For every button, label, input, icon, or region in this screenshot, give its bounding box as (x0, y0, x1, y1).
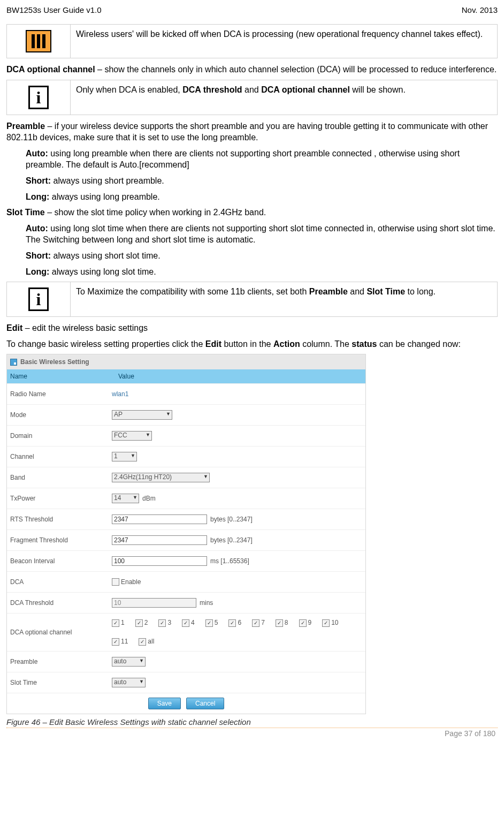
divider (6, 728, 498, 728)
page-footer: Page 37 of 180 (6, 729, 498, 741)
page-header: BW1253s User Guide v1.0 Nov. 2013 (6, 5, 498, 14)
dca-ch-5[interactable]: ✓5 (205, 617, 218, 629)
panel-title: Basic Wireless Setting (20, 358, 89, 366)
fragment-hint: bytes [0..2347] (210, 536, 253, 544)
panel-titlebar: Basic Wireless Setting (7, 354, 365, 369)
row-domain: Domain FCC (7, 425, 365, 446)
header-left: BW1253s User Guide v1.0 (6, 5, 102, 14)
slottime-select[interactable]: auto (112, 678, 146, 687)
callout-text: Only when DCA is enabled, DCA threshold … (71, 80, 497, 115)
basic-wireless-setting-panel: Basic Wireless Setting Name Value Radio … (6, 354, 366, 714)
dca-ch-all[interactable]: ✓all (139, 635, 154, 648)
row-slot-time: Slot Time auto (7, 672, 365, 693)
fragment-input[interactable] (112, 535, 207, 545)
band-select[interactable]: 2.4GHz(11ng HT20) (112, 473, 210, 482)
dca-threshold-unit: mins (200, 599, 213, 607)
beacon-hint: ms [1..65536] (210, 557, 249, 565)
row-dca: DCA Enable (7, 571, 365, 592)
dca-enable-checkbox[interactable]: Enable (112, 578, 141, 586)
dca-ch-7[interactable]: ✓7 (252, 617, 265, 629)
cancel-button[interactable]: Cancel (186, 698, 224, 709)
rts-hint: bytes [0..2347] (210, 516, 253, 523)
table-header: Name Value (7, 369, 365, 383)
beacon-input[interactable] (112, 556, 207, 566)
para-preamble-auto: Auto: using long preamble when there are… (26, 148, 498, 171)
row-preamble: Preamble auto (7, 651, 365, 672)
row-txpower: TxPower 14 dBm (7, 488, 365, 509)
dca-ch-9[interactable]: ✓9 (299, 617, 312, 629)
figure-caption: Figure 46 – Edit Basic Wireless Settings… (6, 717, 498, 726)
dca-ch-4[interactable]: ✓4 (182, 617, 195, 629)
para-slot-auto: Auto: using long slot time when there ar… (26, 223, 498, 246)
dca-ch-3[interactable]: ✓3 (158, 617, 171, 629)
row-band: Band 2.4GHz(11ng HT20) (7, 467, 365, 488)
callout-text: To Maximize the compatibility with some … (71, 282, 497, 316)
para-preamble-short: Short: always using short preamble. (26, 175, 498, 187)
para-preamble-long: Long: always using long preamble. (26, 191, 498, 203)
row-beacon: Beacon Interval ms [1..65536] (7, 550, 365, 571)
row-fragment: Fragment Threshold bytes [0..2347] (7, 529, 365, 550)
dca-ch-11[interactable]: ✓11 (112, 635, 128, 648)
panel-icon (10, 359, 17, 366)
para-slot-short: Short: always using short slot time. (26, 250, 498, 262)
dca-ch-2[interactable]: ✓2 (135, 617, 148, 629)
radio-name-value: wlan1 (112, 390, 128, 398)
para-dca-optional: DCA optional channel – show the channels… (6, 64, 498, 75)
button-row: Save Cancel (7, 693, 365, 714)
row-dca-threshold: DCA Threshold mins (7, 592, 365, 613)
para-slot-long: Long: always using long slot time. (26, 266, 498, 278)
txpower-unit: dBm (142, 495, 156, 502)
domain-select[interactable]: FCC (112, 431, 152, 441)
info-icon: i (28, 86, 49, 109)
preamble-select[interactable]: auto (112, 657, 146, 667)
warning-icon (26, 30, 51, 52)
col-value: Value (115, 369, 365, 383)
dca-ch-1[interactable]: ✓1 (112, 617, 125, 629)
save-button[interactable]: Save (148, 698, 181, 709)
callout-info-compat: i To Maximize the compatibility with som… (6, 282, 498, 317)
row-rts: RTS Threshold bytes [0..2347] (7, 509, 365, 529)
dca-threshold-input (112, 598, 196, 608)
txpower-select[interactable]: 14 (112, 494, 139, 503)
para-slot-time: Slot Time – show the slot time policy wh… (6, 207, 498, 218)
row-radio-name: Radio Name wlan1 (7, 383, 365, 404)
para-change-instruction: To change basic wireless setting propert… (6, 338, 498, 350)
dca-ch-10[interactable]: ✓10 (322, 617, 338, 629)
header-right: Nov. 2013 (462, 5, 498, 14)
col-name: Name (7, 369, 115, 383)
para-preamble: Preamble – if your wireless device suppo… (6, 120, 498, 143)
dca-ch-6[interactable]: ✓6 (228, 617, 241, 629)
row-channel: Channel 1 (7, 446, 365, 467)
rts-input[interactable] (112, 514, 207, 524)
para-edit: Edit – edit the wireless basic settings (6, 322, 498, 334)
callout-warning-dca-kick: Wireless users' will be kicked off when … (6, 24, 498, 58)
callout-info-dca-enabled: i Only when DCA is enabled, DCA threshol… (6, 80, 498, 115)
row-dca-optional: DCA optional channel ✓1 ✓2 ✓3 ✓4 ✓5 ✓6 ✓… (7, 613, 365, 651)
dca-ch-8[interactable]: ✓8 (276, 617, 288, 629)
info-icon: i (28, 287, 49, 311)
mode-select[interactable]: AP (112, 410, 172, 420)
callout-text: Wireless users' will be kicked off when … (71, 25, 497, 58)
row-mode: Mode AP (7, 404, 365, 425)
channel-select[interactable]: 1 (112, 452, 137, 461)
